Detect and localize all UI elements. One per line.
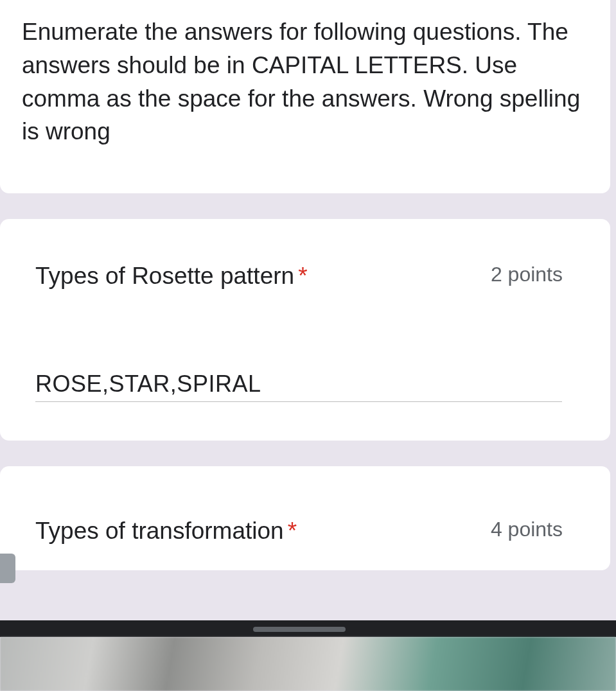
question-card-1: Types of Rosette pattern* 2 points xyxy=(0,219,610,441)
instructions-text: Enumerate the answers for following ques… xyxy=(22,15,588,148)
question-points: 4 points xyxy=(491,518,588,541)
question-title-text: Types of Rosette pattern xyxy=(35,263,294,289)
required-marker: * xyxy=(298,263,307,289)
question-card-2: Types of transformation* 4 points xyxy=(0,466,610,570)
background-photo xyxy=(0,637,616,691)
question-header: Types of transformation* 4 points xyxy=(35,518,588,545)
right-edge-strip xyxy=(610,0,616,620)
question-title: Types of Rosette pattern* xyxy=(35,263,471,290)
answer-input-1[interactable] xyxy=(35,367,562,402)
question-title: Types of transformation* xyxy=(35,518,471,545)
instructions-card: Enumerate the answers for following ques… xyxy=(0,0,610,193)
bottom-handle[interactable] xyxy=(253,627,346,632)
required-marker: * xyxy=(288,518,297,544)
question-title-text: Types of transformation xyxy=(35,518,284,544)
alert-tab-icon[interactable] xyxy=(0,554,15,583)
question-points: 2 points xyxy=(491,263,588,286)
question-header: Types of Rosette pattern* 2 points xyxy=(35,263,588,290)
